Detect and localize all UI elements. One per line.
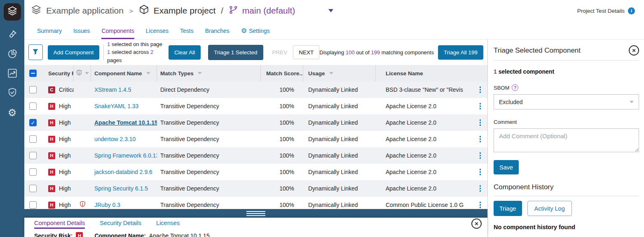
row-menu-kebab-icon[interactable]: [473, 147, 487, 164]
rail-item-security[interactable]: [0, 84, 24, 103]
row-menu-kebab-icon[interactable]: [473, 98, 487, 114]
severity-badge: H: [48, 103, 55, 110]
rail-item-reports[interactable]: [0, 45, 24, 64]
add-component-button[interactable]: Add Component: [48, 45, 100, 60]
tab-licenses-details[interactable]: Licenses: [156, 218, 180, 229]
details-tab-bar: Component Details Security Details Licen…: [34, 218, 487, 229]
component-link[interactable]: jackson-databind 2.9.6: [94, 169, 152, 175]
chevron-down-icon: [630, 101, 634, 103]
tab-component-details[interactable]: Component Details: [34, 218, 85, 229]
component-link[interactable]: Spring Framework 6.0.13: [94, 152, 157, 159]
component-detail-line: Security Risk: H Component Name: Apache …: [34, 232, 487, 237]
column-header-usage[interactable]: Usage: [303, 65, 376, 81]
component-link[interactable]: Spring Security 6.1.5: [94, 185, 148, 192]
severity-label: High: [59, 103, 71, 109]
tab-licenses[interactable]: Licenses: [146, 21, 169, 39]
sort-caret-icon: [85, 72, 89, 74]
breadcrumb-branch[interactable]: main (default): [242, 6, 295, 16]
gear-icon: ⚙: [8, 108, 17, 118]
sbom-select[interactable]: Excluded: [494, 94, 639, 109]
row-menu-kebab-icon[interactable]: [473, 180, 487, 197]
row-checkbox[interactable]: [29, 86, 37, 93]
usage-cell: Dynamically Linked: [303, 114, 376, 131]
close-icon[interactable]: ✕: [629, 45, 639, 56]
filter-button[interactable]: [28, 44, 43, 60]
component-link[interactable]: JRuby 0.3: [94, 202, 120, 208]
column-header-match-score[interactable]: Match Score...: [261, 65, 303, 81]
tab-components[interactable]: Components: [101, 21, 134, 39]
column-header-security-risk[interactable]: Security Risk: [42, 65, 74, 81]
tab-security-details[interactable]: Security Details: [100, 218, 141, 229]
table-row: H High Spring Framework 6.0.13 Transitiv…: [24, 147, 487, 164]
divider: [494, 196, 639, 196]
component-link[interactable]: XStream 1.4.5: [94, 86, 131, 93]
triage-all-button[interactable]: Triage All 199: [438, 45, 483, 60]
tab-branches[interactable]: Branches: [205, 21, 229, 39]
severity-badge: H: [76, 232, 83, 237]
column-header-match-types[interactable]: Match Types: [157, 65, 261, 81]
row-checkbox[interactable]: [29, 119, 37, 126]
rail-item-applications[interactable]: [4, 3, 21, 21]
displaying-summary: Displaying 100 out of 199 matching compo…: [319, 49, 434, 56]
breadcrumb-project[interactable]: Example project: [154, 6, 216, 16]
comment-label: Comment: [494, 119, 639, 125]
table-header-row: Security Risk Component Name Match Types…: [24, 65, 487, 81]
row-checkbox[interactable]: [29, 168, 37, 176]
panel-resize-bar[interactable]: [24, 209, 487, 218]
usage-cell: Dynamically Linked: [303, 98, 376, 114]
row-menu-kebab-icon[interactable]: [473, 131, 487, 147]
match-score-cell: 100%: [261, 180, 303, 197]
branch-dropdown-caret-icon[interactable]: [328, 9, 333, 12]
triage-selected-button[interactable]: Triage 1 Selected: [208, 45, 263, 60]
components-content: Add Component 1 selected on this page 1 …: [24, 39, 487, 237]
clear-all-button[interactable]: Clear All: [169, 45, 201, 60]
column-header-risk-flag[interactable]: [74, 65, 91, 81]
project-test-details-label: Project Test Details: [577, 8, 625, 14]
match-score-cell: 100%: [261, 147, 303, 164]
next-page-button[interactable]: NEXT: [293, 45, 319, 59]
tab-summary[interactable]: Summary: [37, 21, 62, 39]
info-icon[interactable]: i: [628, 7, 635, 14]
row-checkbox[interactable]: [29, 185, 37, 192]
column-header-component-name[interactable]: Component Name: [91, 65, 157, 81]
row-menu-kebab-icon[interactable]: [473, 164, 487, 180]
component-link[interactable]: SnakeYAML 1.33: [94, 103, 138, 109]
row-checkbox[interactable]: [29, 152, 37, 159]
select-all-checkbox[interactable]: [29, 70, 37, 77]
rail-item-settings[interactable]: ⚙: [0, 103, 24, 122]
row-checkbox[interactable]: [29, 135, 37, 143]
comment-input[interactable]: [494, 128, 639, 152]
close-icon[interactable]: ✕: [471, 218, 482, 229]
prev-page-button: PREV: [272, 49, 288, 56]
severity-badge: H: [48, 136, 55, 143]
triage-history-button[interactable]: Triage: [494, 201, 522, 216]
row-checkbox[interactable]: [29, 102, 37, 110]
license-cell: BSD 3-clause "New" or "Revis: [376, 81, 473, 98]
drag-handle-icon[interactable]: [246, 211, 265, 217]
filter-funnel-icon: [32, 49, 39, 56]
trend-chart-icon: [7, 68, 17, 80]
component-link[interactable]: Apache Tomcat 10.1.15: [94, 119, 157, 126]
tab-tests[interactable]: Tests: [180, 21, 194, 39]
row-menu-kebab-icon[interactable]: [473, 81, 487, 98]
rail-item-trends[interactable]: [0, 64, 24, 84]
component-link[interactable]: undertow 2.3.10: [94, 136, 136, 142]
breadcrumb: Example application > Example project / …: [31, 5, 333, 17]
rail-item-tests[interactable]: [0, 26, 24, 45]
triage-panel: Triage Selected Component ✕ 1 selected c…: [487, 39, 644, 237]
tab-issues[interactable]: Issues: [73, 21, 90, 39]
severity-label: High: [59, 152, 71, 159]
breadcrumb-application[interactable]: Example application: [46, 6, 124, 16]
help-icon[interactable]: ?: [512, 84, 518, 91]
save-button[interactable]: Save: [494, 160, 519, 174]
row-menu-kebab-icon[interactable]: [473, 114, 487, 131]
match-score-cell: 100%: [261, 164, 303, 180]
triage-panel-title: Triage Selected Component: [494, 46, 581, 55]
git-branch-icon: [229, 5, 238, 16]
test-tube-icon: [7, 30, 17, 41]
tab-settings[interactable]: ⚙Settings: [241, 21, 270, 39]
column-header-license-name[interactable]: License Name: [376, 65, 473, 81]
row-checkbox[interactable]: [29, 201, 37, 209]
license-cell: Apache License 2.0: [376, 147, 473, 164]
activity-log-button[interactable]: Activity Log: [527, 201, 572, 216]
